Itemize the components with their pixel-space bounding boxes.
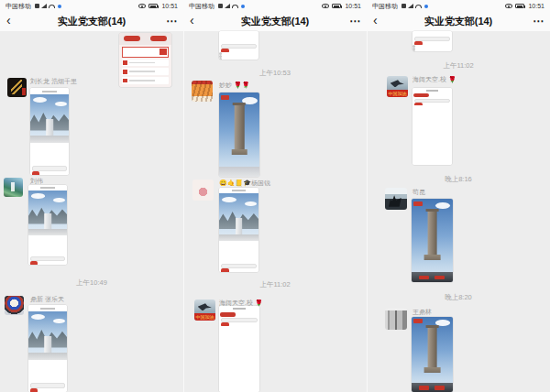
shared-image-app-fragment[interactable] [412,31,452,51]
sim-icon [402,4,406,8]
back-icon[interactable]: ‹ [6,13,11,27]
shared-image-monument-tower[interactable] [412,199,453,282]
sim-icon [35,4,39,8]
timestamp: 晚上8:16 [367,175,550,184]
avatar-building-photo[interactable] [385,308,407,330]
avatar-banner-text: 中国加油 [387,90,408,97]
shared-image-monument-app[interactable] [28,305,67,392]
eye-icon [138,4,146,8]
carrier-label: 中国移动 [6,2,31,11]
shared-image-monument-app[interactable] [30,88,69,175]
sender-name: 海阔天空.校 🌹 [412,76,456,83]
avatar-pink-cartoon[interactable] [192,180,214,201]
sender-name: 刘伟 [30,178,43,185]
chat-title: 实业党支部(14) [241,15,310,28]
more-icon[interactable]: ⋯ [349,15,361,27]
avatar-wolf[interactable] [385,188,407,210]
wifi-icon [49,5,55,8]
avatar-tiger[interactable] [192,81,213,102]
shared-image-monument-app[interactable] [219,188,258,272]
signal-icon [225,4,230,8]
battery-icon [332,4,341,8]
shared-image-app-fragment[interactable] [219,31,258,60]
timestamp: 上午10:53 [183,69,367,78]
status-time: 10:51 [345,3,361,9]
avatar-calligraphy[interactable] [7,78,27,97]
screenshot-collage: 中国移动 10:51 ‹ 实业党支部(14) ⋯ 刘长龙 浩烟千里 刘伟 上午1… [0,0,550,392]
timestamp: 上午11:02 [183,280,367,289]
avatar-fighter-jet[interactable]: 中国加油 [387,76,408,97]
signal-icon [408,4,413,8]
jet-icon [390,80,404,87]
shared-image-portraits-grid[interactable] [219,306,259,392]
status-time: 10:51 [528,3,544,9]
phone-screenshot-3: 中国移动 10:51 ‹ 实业党支部(14) ⋯ 上午11:02 中国加油 海阔… [367,0,550,392]
shared-image-monument-app[interactable] [28,185,67,265]
phone-screenshot-2: 中国移动 10:51 ‹ 实业党支部(14) ⋯ 上午10:53 妙妙 🌹🌹 😄… [183,0,367,392]
chat-title: 实业党支部(14) [424,15,493,28]
shared-image-portraits-grid[interactable] [412,88,452,165]
battery-icon [148,4,158,8]
shared-image-app-fragment[interactable] [119,33,171,87]
nav-bar: ‹ 实业党支部(14) ⋯ [367,12,550,31]
status-time: 10:51 [161,3,178,9]
nav-bar: ‹ 实业党支部(14) ⋯ [0,12,183,31]
shared-image-monument-tower[interactable] [412,317,453,392]
avatar-banner-text: 中国加油 [194,313,215,321]
nav-bar: ‹ 实业党支部(14) ⋯ [183,12,367,31]
timestamp: 晚上8:20 [367,293,550,302]
chat-area: 上午10:53 妙妙 🌹🌹 😄🤙📒🎓杨国锐 上午11:02 中国加油 海阔天空.… [183,31,367,392]
sender-name: 苟昆 [412,189,425,196]
sender-name: 妙妙 🌹🌹 [219,82,249,89]
back-icon[interactable]: ‹ [190,13,194,27]
sender-name: 鼎新 张乐天 [30,296,64,303]
timestamp: 上午10:49 [0,278,183,288]
battery-icon [515,4,524,8]
location-dot-icon [241,5,245,8]
carrier-label: 中国移动 [372,2,398,11]
sender-name: 😄🤙📒🎓杨国锐 [219,180,270,187]
chat-title: 实业党支部(14) [58,15,126,28]
more-icon[interactable]: ⋯ [533,15,544,27]
sender-name: 刘长龙 浩烟千里 [30,78,77,85]
more-icon[interactable]: ⋯ [166,15,178,27]
status-bar: 中国移动 10:51 [183,0,367,12]
signal-icon [41,4,47,8]
jet-icon [198,303,212,310]
phone-screenshot-1: 中国移动 10:51 ‹ 实业党支部(14) ⋯ 刘长龙 浩烟千里 刘伟 上午1… [0,0,183,392]
carrier-label: 中国移动 [189,2,214,11]
avatar-waterfall[interactable] [4,178,23,197]
avatar-opera-mask[interactable] [5,296,24,315]
sender-name: 王鼎林 [412,309,432,316]
location-dot-icon [58,5,61,8]
status-bar: 中国移动 10:51 [0,0,183,12]
wifi-icon [415,5,422,8]
eye-icon [505,4,512,8]
chat-area: 刘长龙 浩烟千里 刘伟 上午10:49 鼎新 张乐天 [0,31,183,392]
status-bar: 中国移动 10:51 [367,0,550,12]
back-icon[interactable]: ‹ [373,13,378,27]
chat-area: 上午11:02 中国加油 海阔天空.校 🌹 晚上8:16 苟昆 晚上8:20 王… [367,31,550,392]
sim-icon [218,4,223,8]
avatar-fighter-jet[interactable]: 中国加油 [194,299,215,321]
location-dot-icon [424,5,428,8]
shared-image-monument-tower[interactable] [219,93,259,177]
timestamp: 上午11:02 [367,61,550,71]
eye-icon [322,4,329,8]
wifi-icon [232,5,238,8]
